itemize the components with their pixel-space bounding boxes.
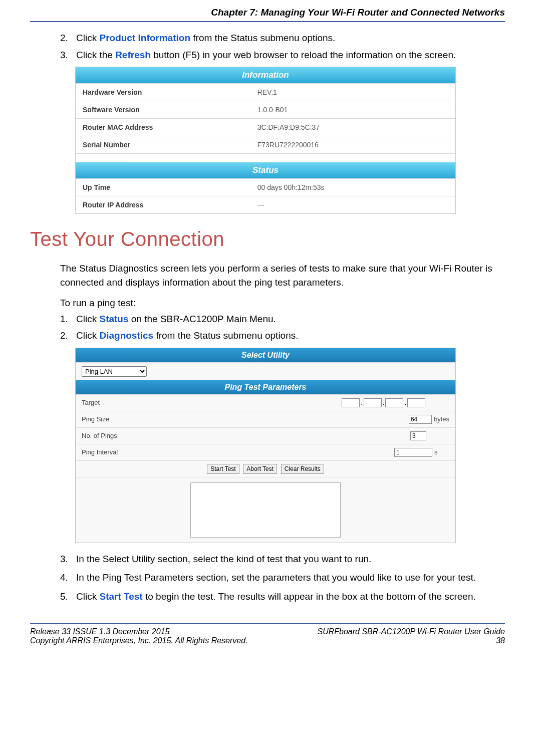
target-inputs: . . . [341,398,449,407]
list-item: 2. Click Diagnostics from the Status sub… [60,329,505,343]
ping-params-header: Ping Test Parameters [76,380,455,394]
link-product-information[interactable]: Product Information [99,33,190,43]
num-pings-label: No. of Pings [82,432,117,439]
list-item: 3. Click the Refresh button (F5) in your… [60,48,505,62]
spacer [76,153,455,162]
link-status[interactable]: Status [99,314,128,324]
footer-page-number: 38 [496,636,505,645]
text: on the SBR-AC1200P Main Menu. [129,314,276,324]
ping-interval-inputs: s [394,448,449,457]
ping-size-unit: bytes [434,415,449,423]
target-octet-1[interactable] [342,398,360,407]
list-number: 5. [60,590,68,604]
paragraph: To run a ping test: [30,296,505,310]
top-ordered-list: 2. Click Product Information from the St… [60,31,505,62]
ping-interval-row: Ping Interval s [76,444,455,460]
num-pings-input[interactable] [410,431,426,440]
row-label: Router MAC Address [76,119,250,136]
ping-interval-unit: s [434,448,449,456]
table-row: Up Time 00 days 00h:12m:53s [76,178,455,196]
table-row: Software Version 1.0.0-B01 [76,101,455,118]
target-row: Target . . . [76,394,455,411]
list-number: 1. [60,312,68,326]
text: from the Status submenu options. [153,330,298,341]
section-heading: Test Your Connection [30,228,505,250]
row-value: 1.0.0-B01 [250,101,455,118]
target-octet-3[interactable] [385,398,403,407]
list-number: 4. [60,571,68,585]
text: to begin the test. The results will appe… [143,591,476,602]
text: button (F5) in your web browser to reloa… [151,50,456,60]
status-header: Status [76,162,455,178]
ping-size-row: Ping Size bytes [76,411,455,427]
text: Click [76,314,99,324]
information-figure: Information Hardware Version REV.1 Softw… [75,67,456,214]
row-value: --- [250,196,455,213]
table-row: Router IP Address --- [76,196,455,213]
ping-size-label: Ping Size [82,415,109,423]
start-test-button[interactable]: Start Test [207,464,239,474]
ping-size-inputs: bytes [409,415,449,424]
paragraph: The Status Diagnostics screen lets you p… [30,262,505,289]
link-refresh[interactable]: Refresh [115,50,151,60]
num-pings-inputs [410,431,449,440]
select-utility-row: Ping LAN [76,362,455,380]
footer-copyright: Copyright ARRIS Enterprises, Inc. 2015. … [30,636,248,645]
utility-select[interactable]: Ping LAN [82,366,147,377]
row-label: Software Version [76,101,250,118]
text: Click [76,33,99,43]
clear-results-button[interactable]: Clear Results [281,464,324,474]
link-start-test[interactable]: Start Test [99,591,142,602]
text: In the Select Utility section, select th… [76,554,371,564]
select-utility-header: Select Utility [76,348,455,362]
list-number: 3. [60,48,68,62]
list-item: 2. Click Product Information from the St… [60,31,505,45]
list-item: 3. In the Select Utility section, select… [60,552,505,566]
list-number: 3. [60,552,68,566]
text: Click [76,330,99,341]
results-textarea[interactable] [190,482,341,538]
ping-steps-top: 1. Click Status on the SBR-AC1200P Main … [60,312,505,343]
button-row: Start Test Abort Test Clear Results [76,460,455,477]
ping-steps-bottom: 3. In the Select Utility section, select… [60,552,505,604]
ping-size-input[interactable] [409,415,432,424]
target-label: Target [82,399,100,406]
table-row: Hardware Version REV.1 [76,83,455,101]
info-header: Information [76,67,455,83]
footer-release: Release 33 ISSUE 1.3 December 2015 [30,627,169,636]
table-row: Router MAC Address 3C:DF:A9:D9:5C:37 [76,118,455,136]
ping-figure: Select Utility Ping LAN Ping Test Parame… [75,348,456,543]
list-number: 2. [60,31,68,45]
ping-interval-input[interactable] [394,448,432,457]
row-value: 3C:DF:A9:D9:5C:37 [250,119,455,136]
text: from the Status submenu options. [190,33,335,43]
text: Click [76,591,99,602]
page-footer: Release 33 ISSUE 1.3 December 2015 SURFb… [30,623,505,645]
row-value: F73RU7222200016 [250,136,455,153]
abort-test-button[interactable]: Abort Test [243,464,277,474]
num-pings-row: No. of Pings [76,427,455,444]
list-item: 5. Click Start Test to begin the test. T… [60,590,505,604]
text: In the Ping Test Parameters section, set… [76,572,476,583]
target-octet-2[interactable] [364,398,382,407]
chapter-header: Chapter 7: Managing Your Wi-Fi Router an… [30,5,505,22]
link-diagnostics[interactable]: Diagnostics [99,330,153,341]
footer-guide-title: SURFboard SBR‑AC1200P Wi-Fi Router User … [318,627,505,636]
list-item: 1. Click Status on the SBR-AC1200P Main … [60,312,505,326]
target-octet-4[interactable] [407,398,425,407]
table-row: Serial Number F73RU7222200016 [76,136,455,153]
list-number: 2. [60,329,68,343]
row-value: REV.1 [250,84,455,101]
ping-interval-label: Ping Interval [82,448,118,456]
row-label: Hardware Version [76,84,250,101]
text: Click the [76,50,115,60]
row-value: 00 days 00h:12m:53s [250,179,455,196]
row-label: Router IP Address [76,196,250,213]
row-label: Up Time [76,179,250,196]
row-label: Serial Number [76,136,250,153]
list-item: 4. In the Ping Test Parameters section, … [60,571,505,585]
